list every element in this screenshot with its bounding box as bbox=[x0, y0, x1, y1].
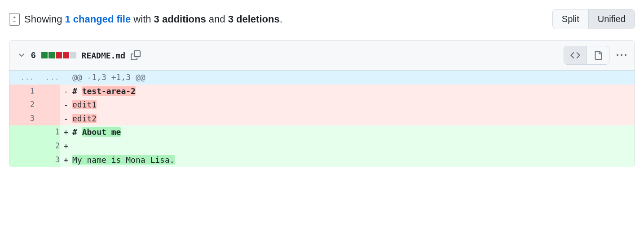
hunk-header-text: @@ -1,3 +1,3 @@ bbox=[72, 71, 635, 85]
diff-panel: 6 README.md bbox=[9, 40, 635, 167]
diff-icon bbox=[9, 13, 20, 26]
line-number-new[interactable] bbox=[35, 112, 60, 126]
diffstat-del-block bbox=[56, 52, 62, 58]
hunk-header-row: ......@@ -1,3 +1,3 @@ bbox=[9, 71, 635, 85]
change-count: 6 bbox=[31, 50, 36, 60]
code-content[interactable]: My name is Mona Lisa. bbox=[72, 153, 635, 167]
changed-files-link[interactable]: 1 changed file bbox=[65, 13, 131, 25]
rendered-view-button[interactable] bbox=[587, 46, 609, 64]
view-mode-toggle: Split Unified bbox=[552, 9, 635, 29]
diffstat-del-block bbox=[63, 52, 69, 58]
diff-marker: + bbox=[60, 125, 72, 139]
diffstat-blocks bbox=[41, 52, 76, 58]
unified-view-button[interactable]: Unified bbox=[588, 9, 635, 29]
code-content[interactable]: edit1 bbox=[72, 98, 635, 112]
summary-period: . bbox=[280, 13, 282, 25]
diff-line: 2+ bbox=[9, 139, 635, 153]
line-number-old[interactable]: 3 bbox=[9, 112, 35, 126]
display-mode-toggle bbox=[564, 46, 609, 65]
diff-line: 2-edit1 bbox=[9, 98, 635, 112]
line-number-old[interactable]: 2 bbox=[9, 98, 35, 112]
diff-line: 1+# About me bbox=[9, 125, 635, 139]
line-number-new[interactable]: 1 bbox=[35, 125, 60, 139]
summary-and: and bbox=[209, 13, 225, 25]
line-number-old[interactable] bbox=[9, 139, 35, 153]
expand-hunk-new[interactable]: ... bbox=[35, 71, 60, 85]
diff-line: 3-edit2 bbox=[9, 112, 635, 126]
diff-marker: + bbox=[60, 139, 72, 153]
line-number-old[interactable]: 1 bbox=[9, 85, 35, 98]
code-content[interactable]: edit2 bbox=[72, 112, 635, 126]
code-content[interactable] bbox=[72, 139, 635, 153]
diffstat-add-block bbox=[49, 52, 55, 58]
summary-with: with bbox=[133, 13, 151, 25]
diff-marker: - bbox=[60, 98, 72, 112]
file-header-right bbox=[564, 46, 626, 65]
summary-text: Showing 1 changed file with 3 additions … bbox=[24, 13, 282, 25]
diff-marker: - bbox=[60, 85, 72, 98]
file-header: 6 README.md bbox=[9, 40, 635, 71]
file-header-left: 6 README.md bbox=[18, 50, 141, 60]
line-number-new[interactable] bbox=[35, 98, 60, 112]
expand-hunk-old[interactable]: ... bbox=[9, 71, 35, 85]
copy-path-icon[interactable] bbox=[131, 50, 141, 60]
diffstat-add-block bbox=[41, 52, 48, 58]
line-number-new[interactable]: 2 bbox=[35, 139, 60, 153]
line-number-new[interactable]: 3 bbox=[35, 153, 60, 167]
summary-showing: Showing bbox=[24, 13, 62, 25]
code-content[interactable]: # About me bbox=[72, 125, 635, 139]
line-number-old[interactable] bbox=[9, 153, 35, 167]
diff-marker: + bbox=[60, 153, 72, 167]
diff-table: ......@@ -1,3 +1,3 @@1-# test-area-22-ed… bbox=[9, 71, 635, 167]
chevron-down-icon[interactable] bbox=[18, 51, 26, 59]
summary-additions: 3 additions bbox=[154, 13, 206, 25]
file-name[interactable]: README.md bbox=[82, 51, 126, 60]
hunk-marker bbox=[60, 71, 72, 85]
line-number-old[interactable] bbox=[9, 125, 35, 139]
summary-left: Showing 1 changed file with 3 additions … bbox=[9, 13, 282, 26]
code-content[interactable]: # test-area-2 bbox=[72, 85, 635, 98]
split-view-button[interactable]: Split bbox=[553, 9, 588, 29]
diff-line: 1-# test-area-2 bbox=[9, 85, 635, 98]
summary-deletions: 3 deletions bbox=[228, 13, 280, 25]
diff-marker: - bbox=[60, 112, 72, 126]
line-number-new[interactable] bbox=[35, 85, 60, 98]
diff-summary-bar: Showing 1 changed file with 3 additions … bbox=[9, 9, 635, 29]
diffstat-neutral-block bbox=[70, 52, 76, 58]
diff-line: 3+My name is Mona Lisa. bbox=[9, 153, 635, 167]
kebab-menu-icon[interactable] bbox=[617, 50, 626, 60]
source-view-button[interactable] bbox=[564, 46, 587, 64]
